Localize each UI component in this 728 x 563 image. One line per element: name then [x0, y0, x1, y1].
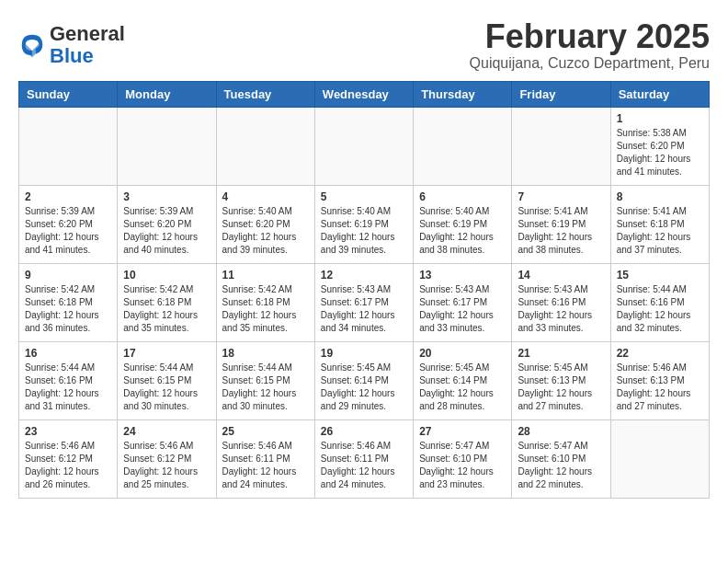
calendar-cell: 15Sunrise: 5:44 AM Sunset: 6:16 PM Dayli… [610, 263, 709, 341]
calendar-cell [512, 107, 610, 185]
calendar-header-sunday: Sunday [19, 81, 118, 107]
calendar-cell [118, 107, 216, 185]
logo-blue-text: Blue [50, 44, 94, 67]
calendar-cell: 4Sunrise: 5:40 AM Sunset: 6:20 PM Daylig… [216, 185, 314, 263]
calendar-cell: 9Sunrise: 5:42 AM Sunset: 6:18 PM Daylig… [19, 263, 118, 341]
calendar-cell [414, 107, 512, 185]
day-info: Sunrise: 5:39 AM Sunset: 6:20 PM Dayligh… [25, 205, 111, 257]
calendar-cell: 11Sunrise: 5:42 AM Sunset: 6:18 PM Dayli… [216, 263, 314, 341]
day-info: Sunrise: 5:40 AM Sunset: 6:20 PM Dayligh… [222, 205, 309, 257]
logo-general-text: General [50, 22, 125, 45]
calendar-header-tuesday: Tuesday [216, 81, 314, 107]
calendar-cell: 23Sunrise: 5:46 AM Sunset: 6:12 PM Dayli… [19, 419, 118, 498]
calendar-cell [19, 107, 118, 185]
calendar-cell: 2Sunrise: 5:39 AM Sunset: 6:20 PM Daylig… [19, 185, 118, 263]
calendar-cell: 24Sunrise: 5:46 AM Sunset: 6:12 PM Dayli… [118, 419, 216, 498]
day-number: 3 [123, 190, 210, 203]
calendar-cell: 27Sunrise: 5:47 AM Sunset: 6:10 PM Dayli… [414, 419, 512, 498]
day-info: Sunrise: 5:46 AM Sunset: 6:11 PM Dayligh… [222, 440, 309, 491]
day-info: Sunrise: 5:40 AM Sunset: 6:19 PM Dayligh… [419, 205, 506, 257]
calendar-cell [314, 107, 413, 185]
day-number: 8 [617, 190, 703, 203]
calendar-cell: 19Sunrise: 5:45 AM Sunset: 6:14 PM Dayli… [314, 341, 413, 419]
day-info: Sunrise: 5:44 AM Sunset: 6:16 PM Dayligh… [25, 362, 111, 413]
calendar-cell: 13Sunrise: 5:43 AM Sunset: 6:17 PM Dayli… [414, 263, 512, 341]
calendar-cell: 18Sunrise: 5:44 AM Sunset: 6:15 PM Dayli… [216, 341, 314, 419]
calendar-cell: 3Sunrise: 5:39 AM Sunset: 6:20 PM Daylig… [118, 185, 216, 263]
calendar-week-row: 9Sunrise: 5:42 AM Sunset: 6:18 PM Daylig… [19, 263, 710, 341]
day-info: Sunrise: 5:41 AM Sunset: 6:18 PM Dayligh… [617, 205, 703, 257]
calendar-cell: 1Sunrise: 5:38 AM Sunset: 6:20 PM Daylig… [610, 107, 709, 185]
calendar-cell: 25Sunrise: 5:46 AM Sunset: 6:11 PM Dayli… [216, 419, 314, 498]
location-subtitle: Quiquijana, Cuzco Department, Peru [470, 55, 710, 72]
calendar-cell: 28Sunrise: 5:47 AM Sunset: 6:10 PM Dayli… [512, 419, 610, 498]
day-number: 1 [617, 112, 703, 125]
day-info: Sunrise: 5:46 AM Sunset: 6:12 PM Dayligh… [25, 440, 111, 491]
calendar-cell: 10Sunrise: 5:42 AM Sunset: 6:18 PM Dayli… [118, 263, 216, 341]
calendar-cell: 26Sunrise: 5:46 AM Sunset: 6:11 PM Dayli… [314, 419, 413, 498]
calendar-week-row: 16Sunrise: 5:44 AM Sunset: 6:16 PM Dayli… [19, 341, 710, 419]
calendar-cell: 17Sunrise: 5:44 AM Sunset: 6:15 PM Dayli… [118, 341, 216, 419]
day-info: Sunrise: 5:41 AM Sunset: 6:19 PM Dayligh… [518, 205, 604, 257]
day-info: Sunrise: 5:46 AM Sunset: 6:13 PM Dayligh… [617, 362, 703, 413]
day-info: Sunrise: 5:43 AM Sunset: 6:17 PM Dayligh… [321, 283, 407, 335]
day-info: Sunrise: 5:42 AM Sunset: 6:18 PM Dayligh… [222, 283, 309, 335]
day-info: Sunrise: 5:44 AM Sunset: 6:15 PM Dayligh… [222, 362, 309, 413]
day-info: Sunrise: 5:42 AM Sunset: 6:18 PM Dayligh… [123, 283, 210, 335]
day-info: Sunrise: 5:42 AM Sunset: 6:18 PM Dayligh… [25, 283, 111, 335]
calendar-cell: 20Sunrise: 5:45 AM Sunset: 6:14 PM Dayli… [414, 341, 512, 419]
logo: General Blue [18, 23, 125, 67]
calendar-header-wednesday: Wednesday [314, 81, 413, 107]
day-number: 22 [617, 347, 703, 360]
day-number: 4 [222, 190, 309, 203]
title-block: February 2025 Quiquijana, Cuzco Departme… [470, 18, 710, 72]
calendar-week-row: 23Sunrise: 5:46 AM Sunset: 6:12 PM Dayli… [19, 419, 710, 498]
day-number: 26 [321, 425, 407, 438]
day-info: Sunrise: 5:38 AM Sunset: 6:20 PM Dayligh… [617, 127, 703, 178]
day-number: 2 [25, 190, 111, 203]
day-number: 27 [419, 425, 506, 438]
calendar-cell: 12Sunrise: 5:43 AM Sunset: 6:17 PM Dayli… [314, 263, 413, 341]
day-number: 15 [617, 269, 703, 282]
day-number: 25 [222, 425, 309, 438]
calendar-cell: 22Sunrise: 5:46 AM Sunset: 6:13 PM Dayli… [610, 341, 709, 419]
day-number: 14 [518, 269, 604, 282]
calendar-header-row: SundayMondayTuesdayWednesdayThursdayFrid… [19, 81, 710, 107]
day-info: Sunrise: 5:46 AM Sunset: 6:11 PM Dayligh… [321, 440, 407, 491]
day-number: 16 [25, 347, 111, 360]
day-info: Sunrise: 5:45 AM Sunset: 6:14 PM Dayligh… [419, 362, 506, 413]
calendar-cell: 7Sunrise: 5:41 AM Sunset: 6:19 PM Daylig… [512, 185, 610, 263]
month-title: February 2025 [470, 18, 710, 55]
day-number: 23 [25, 425, 111, 438]
calendar-week-row: 1Sunrise: 5:38 AM Sunset: 6:20 PM Daylig… [19, 107, 710, 185]
day-info: Sunrise: 5:39 AM Sunset: 6:20 PM Dayligh… [123, 205, 210, 257]
day-number: 28 [518, 425, 604, 438]
day-number: 10 [123, 269, 210, 282]
calendar-cell: 5Sunrise: 5:40 AM Sunset: 6:19 PM Daylig… [314, 185, 413, 263]
day-number: 11 [222, 269, 309, 282]
day-info: Sunrise: 5:45 AM Sunset: 6:13 PM Dayligh… [518, 362, 604, 413]
day-info: Sunrise: 5:43 AM Sunset: 6:16 PM Dayligh… [518, 283, 604, 335]
day-number: 24 [123, 425, 210, 438]
logo-icon [18, 31, 46, 59]
day-info: Sunrise: 5:40 AM Sunset: 6:19 PM Dayligh… [321, 205, 407, 257]
calendar-table: SundayMondayTuesdayWednesdayThursdayFrid… [18, 81, 710, 499]
day-info: Sunrise: 5:46 AM Sunset: 6:12 PM Dayligh… [123, 440, 210, 491]
day-number: 9 [25, 269, 111, 282]
calendar-header-monday: Monday [118, 81, 216, 107]
calendar-cell: 16Sunrise: 5:44 AM Sunset: 6:16 PM Dayli… [19, 341, 118, 419]
day-number: 7 [518, 190, 604, 203]
calendar-cell: 14Sunrise: 5:43 AM Sunset: 6:16 PM Dayli… [512, 263, 610, 341]
day-info: Sunrise: 5:47 AM Sunset: 6:10 PM Dayligh… [419, 440, 506, 491]
day-number: 17 [123, 347, 210, 360]
day-info: Sunrise: 5:45 AM Sunset: 6:14 PM Dayligh… [321, 362, 407, 413]
page-header: General Blue February 2025 Quiquijana, C… [18, 18, 710, 72]
calendar-cell: 8Sunrise: 5:41 AM Sunset: 6:18 PM Daylig… [610, 185, 709, 263]
day-number: 12 [321, 269, 407, 282]
day-info: Sunrise: 5:44 AM Sunset: 6:15 PM Dayligh… [123, 362, 210, 413]
day-number: 6 [419, 190, 506, 203]
day-number: 21 [518, 347, 604, 360]
calendar-cell [216, 107, 314, 185]
day-info: Sunrise: 5:47 AM Sunset: 6:10 PM Dayligh… [518, 440, 604, 491]
calendar-header-saturday: Saturday [610, 81, 709, 107]
